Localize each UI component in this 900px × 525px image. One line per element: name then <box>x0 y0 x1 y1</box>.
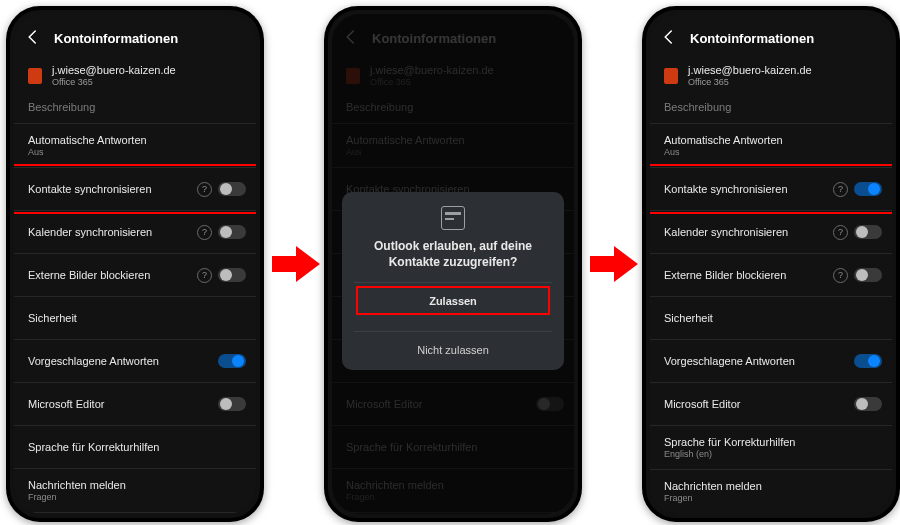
row-text: Automatische Antworten Aus <box>664 134 783 157</box>
row-label: Kontakte synchronisieren <box>664 183 788 195</box>
section-label: Beschreibung <box>14 99 256 124</box>
account-email: j.wiese@buero-kaizen.de <box>52 64 176 76</box>
phone-step-1: Kontoinformationen j.wiese@buero-kaizen.… <box>6 6 264 522</box>
page-title: Kontoinformationen <box>690 31 814 46</box>
account-text: j.wiese@buero-kaizen.de Office 365 <box>52 64 176 87</box>
header: Kontoinformationen <box>650 14 892 58</box>
screen-step-1: Kontoinformationen j.wiese@buero-kaizen.… <box>14 14 256 514</box>
contacts-icon <box>441 206 465 230</box>
page-title: Kontoinformationen <box>54 31 178 46</box>
header: Kontoinformationen <box>14 14 256 58</box>
row-report-messages[interactable]: Nachrichten melden Fragen <box>14 469 256 513</box>
row-sub: Fragen <box>664 493 762 503</box>
row-security[interactable]: Sicherheit <box>650 297 892 340</box>
row-controls <box>854 354 882 368</box>
row-spell-language[interactable]: Sprache für Korrekturhilfen <box>14 426 256 469</box>
row-label: Vorgeschlagene Antworten <box>28 355 159 367</box>
toggle-editor[interactable] <box>854 397 882 411</box>
row-controls <box>218 354 246 368</box>
row-controls: ? <box>833 225 882 240</box>
step-arrow-icon <box>272 240 320 288</box>
allow-button[interactable]: Zulassen <box>354 282 552 319</box>
help-icon[interactable]: ? <box>833 225 848 240</box>
row-label: Automatische Antworten <box>664 134 783 146</box>
row-sync-contacts[interactable]: Kontakte synchronisieren ? <box>650 168 892 211</box>
help-icon[interactable]: ? <box>197 182 212 197</box>
toggle-sync-calendar[interactable] <box>854 225 882 239</box>
account-email: j.wiese@buero-kaizen.de <box>688 64 812 76</box>
row-controls: ? <box>197 225 246 240</box>
row-controls <box>218 397 246 411</box>
account-plan: Office 365 <box>688 77 812 87</box>
row-label: Externe Bilder blockieren <box>664 269 786 281</box>
toggle-suggested[interactable] <box>854 354 882 368</box>
row-label: Nachrichten melden <box>664 480 762 492</box>
row-label: Nachrichten melden <box>28 479 126 491</box>
row-controls: ? <box>197 268 246 283</box>
row-label: Kalender synchronisieren <box>664 226 788 238</box>
row-block-images[interactable]: Externe Bilder blockieren ? <box>14 254 256 297</box>
row-online-meetings[interactable]: Onlinebesprechungen <box>14 513 256 514</box>
permission-dialog: Outlook erlauben, auf deine Kontakte zuz… <box>342 192 564 370</box>
row-sub: Aus <box>28 147 147 157</box>
toggle-block-images[interactable] <box>854 268 882 282</box>
row-sync-calendar[interactable]: Kalender synchronisieren ? <box>650 211 892 254</box>
screen-step-2: Kontoinformationen j.wiese@buero-kaizen.… <box>332 14 574 514</box>
row-label: Sprache für Korrekturhilfen <box>664 436 795 448</box>
toggle-sync-calendar[interactable] <box>218 225 246 239</box>
row-label: Kalender synchronisieren <box>28 226 152 238</box>
row-suggested-replies[interactable]: Vorgeschlagene Antworten <box>14 340 256 383</box>
toggle-editor[interactable] <box>218 397 246 411</box>
deny-button[interactable]: Nicht zulassen <box>354 331 552 368</box>
row-label: Sprache für Korrekturhilfen <box>28 441 159 453</box>
step-arrow-icon <box>590 240 638 288</box>
dialog-title: Outlook erlauben, auf deine Kontakte zuz… <box>354 238 552 270</box>
row-auto-replies[interactable]: Automatische Antworten Aus <box>14 124 256 168</box>
row-label: Externe Bilder blockieren <box>28 269 150 281</box>
help-icon[interactable]: ? <box>197 225 212 240</box>
section-label: Beschreibung <box>650 99 892 124</box>
row-editor[interactable]: Microsoft Editor <box>650 383 892 426</box>
phone-step-3: Kontoinformationen j.wiese@buero-kaizen.… <box>642 6 900 522</box>
row-controls: ? <box>833 268 882 283</box>
office-icon <box>664 68 678 84</box>
help-icon[interactable]: ? <box>833 182 848 197</box>
row-label: Microsoft Editor <box>664 398 740 410</box>
row-sync-calendar[interactable]: Kalender synchronisieren ? <box>14 211 256 254</box>
row-auto-replies[interactable]: Automatische Antworten Aus <box>650 124 892 168</box>
row-label: Automatische Antworten <box>28 134 147 146</box>
row-report-messages[interactable]: Nachrichten melden Fragen <box>650 470 892 513</box>
account-text: j.wiese@buero-kaizen.de Office 365 <box>688 64 812 87</box>
back-arrow-icon[interactable] <box>660 28 678 48</box>
account-row[interactable]: j.wiese@buero-kaizen.de Office 365 <box>650 58 892 99</box>
account-row[interactable]: j.wiese@buero-kaizen.de Office 365 <box>14 58 256 99</box>
row-security[interactable]: Sicherheit <box>14 297 256 340</box>
row-sub: Fragen <box>28 492 126 502</box>
row-sub: English (en) <box>664 449 795 459</box>
phone-step-2: Kontoinformationen j.wiese@buero-kaizen.… <box>324 6 582 522</box>
help-icon[interactable]: ? <box>197 268 212 283</box>
row-controls: ? <box>197 182 246 197</box>
toggle-suggested[interactable] <box>218 354 246 368</box>
back-arrow-icon[interactable] <box>24 28 42 48</box>
row-sync-contacts[interactable]: Kontakte synchronisieren ? <box>14 168 256 211</box>
row-text: Nachrichten melden Fragen <box>664 480 762 503</box>
row-label: Microsoft Editor <box>28 398 104 410</box>
account-plan: Office 365 <box>52 77 176 87</box>
toggle-block-images[interactable] <box>218 268 246 282</box>
row-text: Nachrichten melden Fragen <box>28 479 126 502</box>
row-label: Sicherheit <box>28 312 77 324</box>
help-icon[interactable]: ? <box>833 268 848 283</box>
screen-step-3: Kontoinformationen j.wiese@buero-kaizen.… <box>650 14 892 514</box>
row-text: Automatische Antworten Aus <box>28 134 147 157</box>
row-sub: Aus <box>664 147 783 157</box>
row-text: Sprache für Korrekturhilfen English (en) <box>664 436 795 459</box>
row-label: Vorgeschlagene Antworten <box>664 355 795 367</box>
row-editor[interactable]: Microsoft Editor <box>14 383 256 426</box>
tutorial-sequence: Kontoinformationen j.wiese@buero-kaizen.… <box>0 0 900 525</box>
row-block-images[interactable]: Externe Bilder blockieren ? <box>650 254 892 297</box>
row-spell-language[interactable]: Sprache für Korrekturhilfen English (en) <box>650 426 892 470</box>
toggle-sync-contacts[interactable] <box>218 182 246 196</box>
toggle-sync-contacts[interactable] <box>854 182 882 196</box>
row-suggested-replies[interactable]: Vorgeschlagene Antworten <box>650 340 892 383</box>
